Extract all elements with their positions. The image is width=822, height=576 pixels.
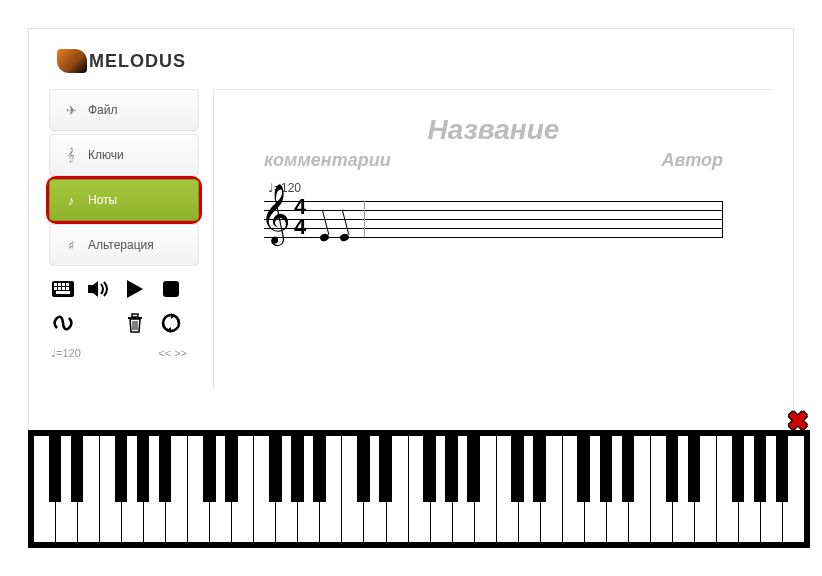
svg-rect-3 — [62, 283, 65, 286]
loop-button[interactable] — [51, 311, 75, 335]
nav-arrows[interactable]: << >> — [158, 347, 187, 360]
piano-keys — [34, 436, 804, 542]
black-key[interactable] — [467, 436, 480, 502]
app-logo: MELODUS — [29, 29, 793, 89]
loop-icon — [52, 314, 74, 332]
sidebar-item-label: Ключи — [88, 148, 124, 162]
white-key[interactable] — [34, 436, 56, 542]
svg-rect-2 — [58, 283, 61, 286]
treble-clef-icon: 𝄞 — [260, 187, 291, 239]
black-key[interactable] — [313, 436, 326, 502]
white-key[interactable] — [100, 436, 122, 542]
black-key[interactable] — [577, 436, 590, 502]
sharp-icon: ♯ — [62, 238, 80, 253]
svg-rect-13 — [132, 314, 138, 317]
sound-button[interactable] — [87, 277, 111, 301]
sidebar: ✈ Файл 𝄞 Ключи ♪ Ноты ♯ Альтерация — [49, 89, 199, 389]
sidebar-item-alteration[interactable]: ♯ Альтерация — [49, 224, 199, 266]
black-key[interactable] — [269, 436, 282, 502]
white-key[interactable] — [497, 436, 519, 542]
svg-rect-7 — [62, 287, 65, 290]
score-canvas[interactable]: Название комментарии Автор ♩=120 𝄞 4 4 — [213, 89, 773, 389]
time-signature: 4 4 — [294, 197, 306, 237]
black-key[interactable] — [159, 436, 172, 502]
svg-rect-9 — [56, 291, 70, 294]
close-icon: ✖ — [787, 406, 809, 437]
white-key[interactable] — [717, 436, 739, 542]
black-key[interactable] — [600, 436, 613, 502]
logo-text: MELODUS — [89, 51, 186, 72]
refresh-button[interactable] — [159, 311, 183, 335]
close-button[interactable]: ✖ — [784, 408, 812, 434]
black-key[interactable] — [688, 436, 701, 502]
black-key[interactable] — [533, 436, 546, 502]
black-key[interactable] — [732, 436, 745, 502]
refresh-icon — [161, 313, 181, 333]
tempo-display: ♩=120 — [51, 347, 81, 360]
score-comments[interactable]: комментарии — [264, 150, 391, 171]
black-key[interactable] — [423, 436, 436, 502]
logo-icon — [57, 49, 87, 73]
barline-end — [722, 201, 723, 237]
sidebar-item-label: Файл — [88, 103, 118, 117]
black-key[interactable] — [622, 436, 635, 502]
sidebar-item-file[interactable]: ✈ Файл — [49, 89, 199, 131]
svg-marker-11 — [127, 280, 143, 298]
toolbar — [49, 269, 189, 343]
stop-icon — [163, 281, 179, 297]
speaker-icon — [88, 280, 110, 298]
sidebar-item-label: Ноты — [88, 193, 117, 207]
svg-marker-10 — [88, 281, 98, 297]
staff[interactable]: 𝄞 4 4 — [264, 197, 723, 245]
black-key[interactable] — [776, 436, 789, 502]
staff-lines — [264, 201, 723, 246]
white-key[interactable] — [342, 436, 364, 542]
black-key[interactable] — [511, 436, 524, 502]
black-key[interactable] — [225, 436, 238, 502]
sidebar-item-label: Альтерация — [88, 238, 154, 252]
treble-clef-icon: 𝄞 — [62, 147, 80, 163]
svg-rect-1 — [54, 283, 57, 286]
keyboard-icon — [52, 281, 74, 297]
score-title[interactable]: Название — [224, 114, 763, 146]
black-key[interactable] — [357, 436, 370, 502]
piano-keyboard: ✖ — [28, 430, 810, 548]
black-key[interactable] — [666, 436, 679, 502]
black-key[interactable] — [445, 436, 458, 502]
black-key[interactable] — [291, 436, 304, 502]
svg-rect-6 — [58, 287, 61, 290]
tempo-bar: ♩=120 << >> — [49, 343, 189, 364]
trash-icon — [127, 313, 143, 333]
trash-button[interactable] — [123, 311, 147, 335]
play-icon — [127, 280, 143, 298]
black-key[interactable] — [115, 436, 128, 502]
black-key[interactable] — [71, 436, 84, 502]
paper-plane-icon: ✈ — [62, 103, 80, 118]
sidebar-item-clefs[interactable]: 𝄞 Ключи — [49, 134, 199, 176]
svg-marker-18 — [167, 327, 171, 333]
active-highlight: ♪ Ноты — [46, 176, 202, 224]
note-icon: ♪ — [62, 193, 80, 208]
white-key[interactable] — [188, 436, 210, 542]
black-key[interactable] — [379, 436, 392, 502]
keyboard-button[interactable] — [51, 277, 75, 301]
white-key[interactable] — [651, 436, 673, 542]
timesig-bottom: 4 — [294, 217, 306, 237]
black-key[interactable] — [203, 436, 216, 502]
svg-rect-8 — [66, 287, 69, 290]
white-key[interactable] — [563, 436, 585, 542]
svg-rect-4 — [66, 283, 69, 286]
sidebar-item-notes[interactable]: ♪ Ноты — [49, 179, 199, 221]
white-key[interactable] — [254, 436, 276, 542]
black-key[interactable] — [754, 436, 767, 502]
black-key[interactable] — [137, 436, 150, 502]
barline — [364, 201, 365, 237]
stop-button[interactable] — [159, 277, 183, 301]
score-author[interactable]: Автор — [662, 150, 723, 171]
white-key[interactable] — [409, 436, 431, 542]
play-button[interactable] — [123, 277, 147, 301]
svg-rect-5 — [54, 287, 57, 290]
black-key[interactable] — [49, 436, 62, 502]
